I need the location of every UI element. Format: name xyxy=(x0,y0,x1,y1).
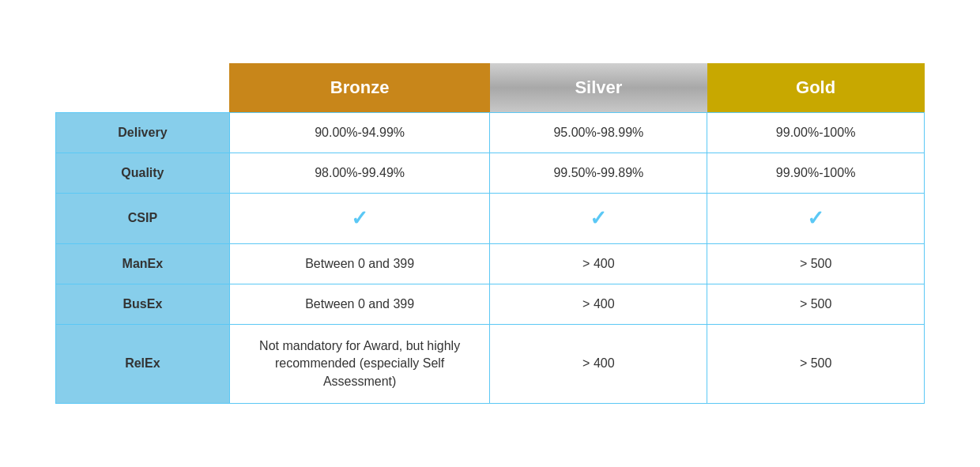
table-row: RelExNot mandatory for Award, but highly… xyxy=(56,324,925,403)
table-body: Delivery90.00%-94.99%95.00%-98.99%99.00%… xyxy=(56,112,925,403)
comparison-table: Bronze Silver Gold Delivery90.00%-94.99%… xyxy=(55,63,925,404)
cell-bronze-2: ✓ xyxy=(229,193,490,243)
cell-gold-5: > 500 xyxy=(707,324,925,403)
cell-silver-3: > 400 xyxy=(490,243,707,284)
cell-bronze-4: Between 0 and 399 xyxy=(229,284,490,324)
checkmark-gold-2: ✓ xyxy=(807,206,824,230)
header-silver: Silver xyxy=(490,63,707,113)
cell-bronze-1: 98.00%-99.49% xyxy=(229,153,490,193)
table-row: Delivery90.00%-94.99%95.00%-98.99%99.00%… xyxy=(56,112,925,153)
row-label-relex: RelEx xyxy=(56,324,230,403)
row-label-delivery: Delivery xyxy=(56,112,230,153)
comparison-table-wrapper: Bronze Silver Gold Delivery90.00%-94.99%… xyxy=(55,63,925,404)
row-label-csip: CSIP xyxy=(56,193,230,243)
cell-gold-1: 99.90%-100% xyxy=(707,153,925,193)
header-gold: Gold xyxy=(707,63,925,113)
table-row: ManExBetween 0 and 399> 400> 500 xyxy=(56,243,925,284)
checkmark-bronze-2: ✓ xyxy=(351,206,368,230)
cell-silver-1: 99.50%-99.89% xyxy=(490,153,707,193)
cell-gold-0: 99.00%-100% xyxy=(707,112,925,153)
cell-gold-4: > 500 xyxy=(707,284,925,324)
row-label-quality: Quality xyxy=(56,153,230,193)
row-label-busex: BusEx xyxy=(56,284,230,324)
cell-silver-2: ✓ xyxy=(490,193,707,243)
cell-gold-2: ✓ xyxy=(707,193,925,243)
header-bronze: Bronze xyxy=(229,63,490,113)
row-label-manex: ManEx xyxy=(56,243,230,284)
cell-silver-4: > 400 xyxy=(490,284,707,324)
checkmark-silver-2: ✓ xyxy=(590,206,607,230)
cell-silver-0: 95.00%-98.99% xyxy=(490,112,707,153)
cell-bronze-3: Between 0 and 399 xyxy=(229,243,490,284)
cell-bronze-5: Not mandatory for Award, but highly reco… xyxy=(229,324,490,403)
cell-silver-5: > 400 xyxy=(490,324,707,403)
table-row: CSIP✓✓✓ xyxy=(56,193,925,243)
header-empty-cell xyxy=(56,63,230,113)
table-header-row: Bronze Silver Gold xyxy=(56,63,925,113)
cell-gold-3: > 500 xyxy=(707,243,925,284)
cell-bronze-0: 90.00%-94.99% xyxy=(229,112,490,153)
table-row: BusExBetween 0 and 399> 400> 500 xyxy=(56,284,925,324)
table-row: Quality98.00%-99.49%99.50%-99.89%99.90%-… xyxy=(56,153,925,193)
